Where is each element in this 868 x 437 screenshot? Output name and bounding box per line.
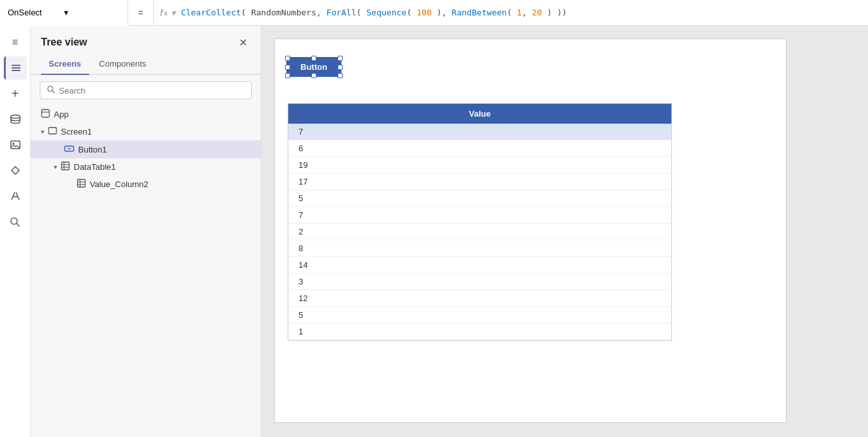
search-nav-icon[interactable] xyxy=(4,210,27,233)
svg-rect-0 xyxy=(12,65,20,66)
tab-components[interactable]: Components xyxy=(92,55,154,75)
screen-icon xyxy=(48,126,57,137)
left-nav: ≡ + xyxy=(0,26,31,437)
fx-icon: fx ▾ xyxy=(160,8,176,18)
handle-bl[interactable] xyxy=(285,73,290,78)
datatable1-chevron: ▾ xyxy=(54,163,57,170)
datatable-header: Value xyxy=(288,104,671,124)
top-bar: OnSelect ▾ = fx ▾ ClearCollect( RandomNu… xyxy=(0,0,868,26)
tree-body: App ▾ Screen1 xyxy=(31,106,261,437)
property-dropdown[interactable]: OnSelect ▾ xyxy=(0,0,128,26)
table-row: 2 xyxy=(288,224,671,240)
hamburger-icon[interactable]: ≡ xyxy=(4,31,27,54)
handle-tr[interactable] xyxy=(338,56,343,61)
table-row: 1 xyxy=(288,324,671,340)
tree-panel: Tree view ✕ Screens Components xyxy=(31,26,261,437)
main-area: ≡ + xyxy=(0,26,868,437)
canvas-button-wrapper: Button xyxy=(288,58,340,76)
canvas-area: Button Value 76191757281431251 xyxy=(261,26,868,437)
dropdown-chevron: ▾ xyxy=(64,8,120,17)
close-button[interactable]: ✕ xyxy=(235,35,250,50)
search-icon xyxy=(47,85,55,95)
tree-item-button1[interactable]: Button1 ••• xyxy=(31,140,261,158)
variables-icon[interactable] xyxy=(4,185,27,208)
svg-line-7 xyxy=(16,192,19,200)
value-column2-label: Value_Column2 xyxy=(90,179,250,189)
svg-rect-22 xyxy=(78,179,85,187)
svg-rect-1 xyxy=(12,67,20,69)
canvas-content: Button Value 76191757281431251 xyxy=(274,38,787,423)
tab-screens[interactable]: Screens xyxy=(41,55,89,75)
table-row: 19 xyxy=(288,157,671,174)
table-row: 3 xyxy=(288,274,671,290)
svg-line-10 xyxy=(17,224,19,226)
components-icon[interactable] xyxy=(4,159,27,182)
svg-rect-2 xyxy=(12,70,20,71)
table-row: 5 xyxy=(288,307,671,324)
svg-point-5 xyxy=(12,143,14,145)
svg-point-3 xyxy=(11,115,20,119)
tree-item-value-column2[interactable]: Value_Column2 xyxy=(31,176,261,193)
search-box xyxy=(40,81,252,99)
table-row: 6 xyxy=(288,140,671,157)
datatable-icon xyxy=(61,161,70,172)
svg-line-6 xyxy=(12,192,15,200)
tree-item-datatable1[interactable]: ▾ DataTable1 xyxy=(31,158,261,176)
handle-br[interactable] xyxy=(338,73,343,78)
handle-bm[interactable] xyxy=(311,73,316,78)
handle-ml[interactable] xyxy=(285,65,290,70)
data-icon[interactable] xyxy=(4,108,27,131)
handle-tl[interactable] xyxy=(285,56,290,61)
button1-icon xyxy=(64,144,74,155)
svg-rect-13 xyxy=(42,110,49,117)
datatable-rows: 76191757281431251 xyxy=(288,124,671,340)
tree-item-screen1[interactable]: ▾ Screen1 xyxy=(31,123,261,140)
handle-tm[interactable] xyxy=(311,56,316,61)
screen1-chevron: ▾ xyxy=(41,128,44,135)
layers-icon[interactable] xyxy=(4,56,27,79)
button1-label: Button1 xyxy=(78,145,237,154)
table-row: 14 xyxy=(288,257,671,274)
formula-text: ClearCollect( RandomNumbers, ForAll( Seq… xyxy=(181,8,567,17)
canvas-datatable: Value 76191757281431251 xyxy=(288,103,672,341)
media-icon[interactable] xyxy=(4,133,27,156)
datatable1-label: DataTable1 xyxy=(74,162,250,172)
table-row: 7 xyxy=(288,124,671,140)
search-input[interactable] xyxy=(59,86,245,95)
formula-bar: fx ▾ ClearCollect( RandomNumbers, ForAll… xyxy=(154,8,868,18)
property-label: OnSelect xyxy=(8,8,64,17)
handle-mr[interactable] xyxy=(338,65,343,70)
table-row: 7 xyxy=(288,207,671,224)
tree-item-app[interactable]: App xyxy=(31,106,261,123)
tree-header: Tree view ✕ xyxy=(31,26,261,55)
column-icon xyxy=(77,179,86,190)
tree-title: Tree view xyxy=(41,37,87,48)
svg-rect-15 xyxy=(49,128,56,134)
add-icon[interactable]: + xyxy=(4,82,27,105)
app-icon xyxy=(41,109,50,120)
screen1-label: Screen1 xyxy=(61,127,250,136)
equals-sign: = xyxy=(128,0,154,26)
table-row: 5 xyxy=(288,190,671,207)
svg-rect-18 xyxy=(61,162,69,170)
svg-line-12 xyxy=(53,91,55,94)
table-row: 17 xyxy=(288,174,671,190)
table-row: 8 xyxy=(288,240,671,257)
app-label: App xyxy=(54,110,250,119)
tree-tabs: Screens Components xyxy=(31,55,261,75)
table-row: 12 xyxy=(288,290,671,307)
